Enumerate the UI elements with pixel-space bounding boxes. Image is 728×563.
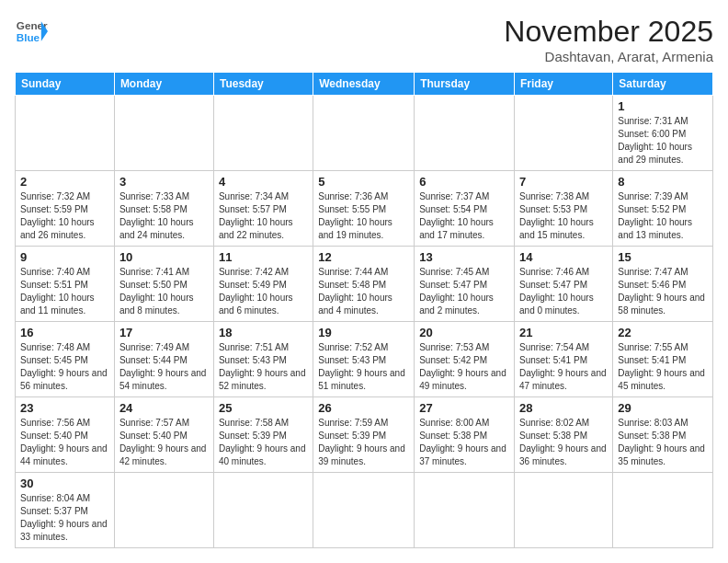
day-number: 16 bbox=[20, 326, 109, 339]
day-info: Sunrise: 7:42 AM Sunset: 5:49 PM Dayligh… bbox=[219, 266, 308, 317]
day-number: 6 bbox=[419, 175, 509, 189]
day-number: 5 bbox=[318, 175, 409, 189]
day-info: Sunrise: 7:45 AM Sunset: 5:47 PM Dayligh… bbox=[419, 266, 509, 317]
day-info: Sunrise: 7:49 AM Sunset: 5:44 PM Dayligh… bbox=[119, 341, 209, 393]
weekday-header-row: SundayMondayTuesdayWednesdayThursdayFrid… bbox=[16, 73, 713, 96]
day-info: Sunrise: 7:38 AM Sunset: 5:53 PM Dayligh… bbox=[519, 190, 608, 242]
weekday-header-thursday: Thursday bbox=[415, 73, 515, 96]
month-year-title: November 2025 bbox=[504, 15, 713, 49]
day-number: 20 bbox=[419, 326, 509, 339]
day-info: Sunrise: 7:55 AM Sunset: 5:41 PM Dayligh… bbox=[618, 341, 708, 393]
day-number: 7 bbox=[519, 175, 608, 189]
calendar-cell: 13Sunrise: 7:45 AM Sunset: 5:47 PM Dayli… bbox=[415, 247, 515, 322]
day-number: 14 bbox=[519, 250, 608, 264]
day-number: 28 bbox=[519, 401, 608, 415]
day-info: Sunrise: 7:52 AM Sunset: 5:43 PM Dayligh… bbox=[318, 341, 409, 393]
day-number: 24 bbox=[119, 401, 209, 415]
weekday-header-tuesday: Tuesday bbox=[213, 73, 313, 96]
day-number: 12 bbox=[318, 250, 409, 264]
day-number: 4 bbox=[219, 175, 308, 189]
svg-text:Blue: Blue bbox=[17, 31, 40, 43]
weekday-header-saturday: Saturday bbox=[613, 73, 713, 96]
calendar-week-1: 1Sunrise: 7:31 AM Sunset: 6:00 PM Daylig… bbox=[16, 96, 713, 171]
day-number: 25 bbox=[219, 401, 308, 415]
calendar-cell bbox=[515, 96, 613, 171]
calendar-cell: 12Sunrise: 7:44 AM Sunset: 5:48 PM Dayli… bbox=[313, 247, 415, 322]
calendar-cell: 24Sunrise: 7:57 AM Sunset: 5:40 PM Dayli… bbox=[114, 397, 213, 473]
day-number: 27 bbox=[419, 401, 509, 415]
logo: General Blue bbox=[15, 15, 48, 48]
weekday-header-monday: Monday bbox=[114, 73, 213, 96]
day-number: 11 bbox=[219, 250, 308, 264]
day-number: 1 bbox=[618, 99, 708, 113]
calendar-week-5: 23Sunrise: 7:56 AM Sunset: 5:40 PM Dayli… bbox=[16, 397, 713, 473]
day-info: Sunrise: 7:56 AM Sunset: 5:40 PM Dayligh… bbox=[20, 417, 109, 468]
calendar-cell bbox=[415, 473, 515, 548]
day-info: Sunrise: 8:00 AM Sunset: 5:38 PM Dayligh… bbox=[419, 417, 509, 468]
calendar-cell: 4Sunrise: 7:34 AM Sunset: 5:57 PM Daylig… bbox=[213, 171, 313, 247]
calendar-cell: 22Sunrise: 7:55 AM Sunset: 5:41 PM Dayli… bbox=[613, 322, 713, 397]
day-info: Sunrise: 7:34 AM Sunset: 5:57 PM Dayligh… bbox=[219, 190, 308, 242]
day-info: Sunrise: 7:47 AM Sunset: 5:46 PM Dayligh… bbox=[618, 266, 708, 317]
calendar-cell: 7Sunrise: 7:38 AM Sunset: 5:53 PM Daylig… bbox=[515, 171, 613, 247]
calendar-cell: 9Sunrise: 7:40 AM Sunset: 5:51 PM Daylig… bbox=[16, 247, 115, 322]
calendar-cell: 26Sunrise: 7:59 AM Sunset: 5:39 PM Dayli… bbox=[313, 397, 415, 473]
calendar-cell: 6Sunrise: 7:37 AM Sunset: 5:54 PM Daylig… bbox=[415, 171, 515, 247]
calendar-cell: 5Sunrise: 7:36 AM Sunset: 5:55 PM Daylig… bbox=[313, 171, 415, 247]
day-info: Sunrise: 7:39 AM Sunset: 5:52 PM Dayligh… bbox=[618, 190, 708, 242]
day-number: 10 bbox=[119, 250, 209, 264]
location-subtitle: Dashtavan, Ararat, Armenia bbox=[504, 49, 713, 64]
day-info: Sunrise: 7:58 AM Sunset: 5:39 PM Dayligh… bbox=[219, 417, 308, 468]
day-number: 29 bbox=[618, 401, 708, 415]
day-number: 9 bbox=[20, 250, 109, 264]
day-info: Sunrise: 8:04 AM Sunset: 5:37 PM Dayligh… bbox=[20, 492, 109, 544]
day-number: 18 bbox=[219, 326, 308, 339]
calendar-cell bbox=[313, 473, 415, 548]
calendar-cell bbox=[114, 473, 213, 548]
weekday-header-wednesday: Wednesday bbox=[313, 73, 415, 96]
title-block: November 2025 Dashtavan, Ararat, Armenia bbox=[504, 15, 713, 64]
calendar-cell bbox=[213, 96, 313, 171]
calendar-cell: 3Sunrise: 7:33 AM Sunset: 5:58 PM Daylig… bbox=[114, 171, 213, 247]
calendar-week-6: 30Sunrise: 8:04 AM Sunset: 5:37 PM Dayli… bbox=[16, 473, 713, 548]
calendar-cell bbox=[313, 96, 415, 171]
day-number: 2 bbox=[20, 175, 109, 189]
calendar-cell: 18Sunrise: 7:51 AM Sunset: 5:43 PM Dayli… bbox=[213, 322, 313, 397]
calendar-cell: 28Sunrise: 8:02 AM Sunset: 5:38 PM Dayli… bbox=[515, 397, 613, 473]
logo-icon: General Blue bbox=[15, 15, 48, 48]
day-info: Sunrise: 7:54 AM Sunset: 5:41 PM Dayligh… bbox=[519, 341, 608, 393]
calendar-table: SundayMondayTuesdayWednesdayThursdayFrid… bbox=[15, 72, 713, 548]
day-info: Sunrise: 7:31 AM Sunset: 6:00 PM Dayligh… bbox=[618, 115, 708, 167]
day-info: Sunrise: 7:44 AM Sunset: 5:48 PM Dayligh… bbox=[318, 266, 409, 317]
calendar-cell bbox=[613, 473, 713, 548]
day-info: Sunrise: 8:02 AM Sunset: 5:38 PM Dayligh… bbox=[519, 417, 608, 468]
calendar-cell: 2Sunrise: 7:32 AM Sunset: 5:59 PM Daylig… bbox=[16, 171, 115, 247]
calendar-cell: 11Sunrise: 7:42 AM Sunset: 5:49 PM Dayli… bbox=[213, 247, 313, 322]
calendar-cell: 30Sunrise: 8:04 AM Sunset: 5:37 PM Dayli… bbox=[16, 473, 115, 548]
calendar-cell: 19Sunrise: 7:52 AM Sunset: 5:43 PM Dayli… bbox=[313, 322, 415, 397]
calendar-cell: 23Sunrise: 7:56 AM Sunset: 5:40 PM Dayli… bbox=[16, 397, 115, 473]
calendar-cell: 15Sunrise: 7:47 AM Sunset: 5:46 PM Dayli… bbox=[613, 247, 713, 322]
day-info: Sunrise: 7:36 AM Sunset: 5:55 PM Dayligh… bbox=[318, 190, 409, 242]
calendar-cell: 10Sunrise: 7:41 AM Sunset: 5:50 PM Dayli… bbox=[114, 247, 213, 322]
day-info: Sunrise: 7:57 AM Sunset: 5:40 PM Dayligh… bbox=[119, 417, 209, 468]
day-number: 21 bbox=[519, 326, 608, 339]
calendar-week-4: 16Sunrise: 7:48 AM Sunset: 5:45 PM Dayli… bbox=[16, 322, 713, 397]
day-info: Sunrise: 7:41 AM Sunset: 5:50 PM Dayligh… bbox=[119, 266, 209, 317]
calendar-cell bbox=[16, 96, 115, 171]
day-number: 22 bbox=[618, 326, 708, 339]
calendar-week-3: 9Sunrise: 7:40 AM Sunset: 5:51 PM Daylig… bbox=[16, 247, 713, 322]
calendar-header: SundayMondayTuesdayWednesdayThursdayFrid… bbox=[16, 73, 713, 96]
calendar-cell bbox=[415, 96, 515, 171]
day-info: Sunrise: 7:37 AM Sunset: 5:54 PM Dayligh… bbox=[419, 190, 509, 242]
day-number: 8 bbox=[618, 175, 708, 189]
day-info: Sunrise: 7:33 AM Sunset: 5:58 PM Dayligh… bbox=[119, 190, 209, 242]
calendar-cell: 25Sunrise: 7:58 AM Sunset: 5:39 PM Dayli… bbox=[213, 397, 313, 473]
day-number: 19 bbox=[318, 326, 409, 339]
header: General Blue November 2025 Dashtavan, Ar… bbox=[15, 15, 713, 64]
day-info: Sunrise: 8:03 AM Sunset: 5:38 PM Dayligh… bbox=[618, 417, 708, 468]
calendar-cell bbox=[515, 473, 613, 548]
calendar-cell: 1Sunrise: 7:31 AM Sunset: 6:00 PM Daylig… bbox=[613, 96, 713, 171]
calendar-cell: 16Sunrise: 7:48 AM Sunset: 5:45 PM Dayli… bbox=[16, 322, 115, 397]
day-number: 3 bbox=[119, 175, 209, 189]
